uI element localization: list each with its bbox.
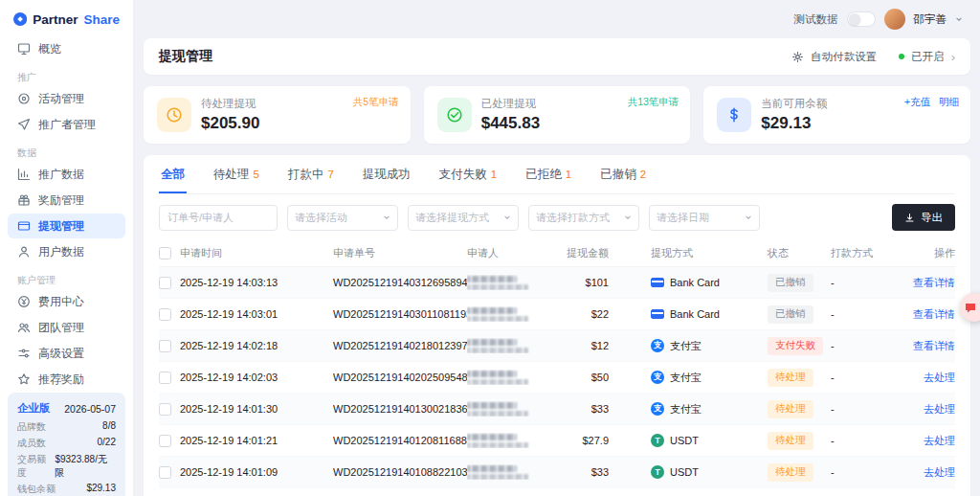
- cell-time: 2025-12-19 14:01:30: [180, 403, 333, 415]
- main-area: 测试数据 邵宇善 提现管理 自动付款设置 已开启 › 待处理提现 $205.90…: [134, 0, 980, 496]
- row-checkbox[interactable]: [159, 435, 171, 447]
- sidebar-item[interactable]: 费用中心: [8, 289, 125, 314]
- row-checkbox[interactable]: [159, 403, 171, 416]
- chat-bubble-icon: [964, 301, 977, 314]
- filter-select[interactable]: 请选择活动: [287, 205, 398, 231]
- sidebar-item-label: 概览: [38, 41, 61, 57]
- sidebar-item[interactable]: 概览: [8, 36, 125, 61]
- cell-method: Bank Card: [651, 277, 768, 288]
- cell-applicant: [467, 401, 544, 417]
- stat-label: 已处理提现: [481, 97, 540, 111]
- username[interactable]: 邵宇善: [914, 12, 947, 27]
- sidebar-item-icon: [17, 118, 31, 131]
- plan-row-label: 交易额度: [17, 453, 55, 480]
- sidebar-item-icon: [17, 295, 31, 308]
- cell-time: 2025-12-19 14:03:13: [180, 277, 333, 288]
- plan-row: 钱包余额 $29.13: [17, 483, 116, 496]
- row-action-link[interactable]: 去处理: [924, 466, 955, 478]
- sidebar-group-label: 数据: [17, 147, 133, 160]
- tab[interactable]: 打款中 7: [286, 155, 336, 193]
- tab-label: 全部: [161, 167, 185, 183]
- row-action-link[interactable]: 去处理: [924, 435, 955, 446]
- tab[interactable]: 已拒绝 1: [523, 155, 573, 193]
- chevron-down-icon: [745, 214, 752, 221]
- stat-amount: $29.13: [761, 114, 827, 133]
- stat-note: 共13笔申请: [628, 96, 679, 109]
- col-amount: 提现金额: [544, 246, 609, 260]
- sidebar-item[interactable]: 提现管理: [8, 214, 125, 238]
- col-status: 状态: [768, 246, 831, 260]
- stat-amount: $445.83: [481, 114, 540, 133]
- row-checkbox[interactable]: [159, 466, 171, 479]
- export-button[interactable]: 导出: [892, 204, 955, 231]
- auto-pay-settings-link[interactable]: 自动付款设置: [811, 50, 877, 64]
- row-checkbox[interactable]: [159, 277, 171, 289]
- sidebar-item[interactable]: 活动管理: [8, 86, 125, 111]
- page-header: 提现管理 自动付款设置 已开启 ›: [144, 38, 970, 75]
- brand-logo[interactable]: PartnerShare: [0, 0, 133, 35]
- brand-name-part1: Partner: [33, 12, 78, 27]
- tab[interactable]: 已撤销 2: [598, 155, 648, 193]
- status-badge: 支付失败: [768, 337, 823, 355]
- payment-method-label: 支付宝: [670, 371, 702, 385]
- cell-status: 已撤销: [768, 274, 831, 292]
- tab[interactable]: 支付失败 1: [437, 155, 499, 193]
- sidebar-item-icon: [17, 42, 31, 56]
- cell-status: 待处理: [768, 369, 831, 387]
- tab-count: 5: [254, 169, 259, 180]
- cell-method: Bank Card: [651, 308, 768, 320]
- row-action-link[interactable]: 去处理: [924, 403, 955, 415]
- payment-method-label: Bank Card: [670, 308, 720, 320]
- tab-label: 已撤销: [600, 167, 636, 183]
- filter-select[interactable]: 请选择日期: [649, 205, 760, 231]
- plan-rows: 品牌数 8/8 成员数 0/22 交易额度 $9323.88/无限 钱包余额 $…: [17, 420, 116, 496]
- col-applicant: 申请人: [467, 246, 544, 260]
- details-link[interactable]: 明细: [939, 96, 959, 109]
- recharge-link[interactable]: +充值: [904, 96, 930, 109]
- sidebar-item[interactable]: 团队管理: [8, 315, 125, 340]
- sidebar-item[interactable]: 高级设置: [8, 341, 125, 366]
- row-action-link[interactable]: 查看详情: [913, 340, 955, 351]
- test-data-toggle[interactable]: [847, 11, 876, 27]
- export-label: 导出: [921, 211, 943, 225]
- tab[interactable]: 待处理 5: [212, 155, 261, 193]
- table-header-row: 申请时间 申请单号 申请人 提现金额 提现方式 状态 打款方式 操作: [159, 240, 955, 267]
- col-pay: 打款方式: [831, 246, 890, 260]
- filter-select[interactable]: 请选择打款方式: [528, 205, 639, 231]
- plan-row: 成员数 0/22: [17, 437, 116, 450]
- table-body: 2025-12-19 14:03:13 WD202512191403126958…: [159, 267, 955, 496]
- sidebar-item[interactable]: 推广者管理: [8, 112, 125, 137]
- filter-select-value: 请选择活动: [295, 211, 347, 225]
- stat-links: +充值 明细: [904, 96, 959, 109]
- sidebar-item[interactable]: 推荐奖励: [8, 367, 125, 392]
- sidebar-item[interactable]: 奖励管理: [8, 188, 125, 213]
- auto-pay-status: 已开启: [911, 50, 945, 64]
- sidebar-item[interactable]: 用户数据: [8, 239, 125, 264]
- chevron-down-icon: [503, 214, 511, 221]
- select-all-checkbox[interactable]: [159, 247, 171, 259]
- avatar[interactable]: [884, 9, 905, 30]
- row-action-link[interactable]: 查看详情: [913, 308, 955, 320]
- tab-count: 2: [640, 169, 646, 180]
- tab-count: 1: [566, 169, 571, 180]
- row-action-link[interactable]: 查看详情: [913, 277, 955, 288]
- chevron-right-icon[interactable]: ›: [951, 50, 955, 64]
- col-action: 操作: [890, 246, 955, 260]
- sidebar-item-icon: [17, 372, 31, 386]
- row-action-link[interactable]: 去处理: [924, 372, 955, 383]
- row-checkbox[interactable]: [159, 372, 171, 384]
- search-input[interactable]: [159, 205, 278, 231]
- tab-label: 待处理: [213, 167, 250, 183]
- tab[interactable]: 全部: [159, 155, 187, 193]
- cell-status: 待处理: [768, 432, 831, 450]
- tab[interactable]: 提现成功: [361, 155, 412, 193]
- tab-label: 打款中: [288, 167, 324, 183]
- payment-method-icon: 支: [651, 339, 664, 352]
- caret-down-icon[interactable]: [955, 15, 963, 23]
- row-checkbox[interactable]: [159, 340, 171, 352]
- stat-note: 共5笔申请: [353, 96, 399, 109]
- cell-pay-method: -: [831, 372, 890, 383]
- sidebar-item[interactable]: 推广数据: [8, 162, 125, 187]
- filter-select[interactable]: 请选择提现方式: [408, 205, 519, 231]
- row-checkbox[interactable]: [159, 308, 171, 321]
